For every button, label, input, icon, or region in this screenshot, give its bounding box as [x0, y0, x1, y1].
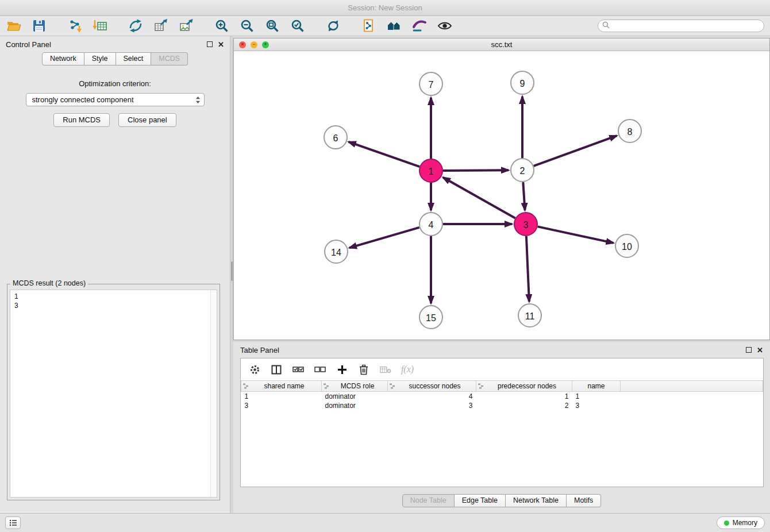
export-network-icon[interactable] [128, 18, 144, 34]
float-panel-icon[interactable] [207, 41, 213, 47]
refresh-layout-icon[interactable] [325, 18, 341, 34]
tab-style[interactable]: Style [84, 52, 116, 65]
tab-network-table[interactable]: Network Table [506, 494, 567, 507]
search-input[interactable] [613, 22, 764, 30]
save-session-icon[interactable] [31, 18, 47, 34]
graph-node-4[interactable]: 4 [419, 213, 442, 236]
network-graph[interactable]: 7968124314101511 [234, 51, 769, 340]
svg-text:1: 1 [429, 167, 434, 176]
window-minimize-icon[interactable]: − [251, 41, 257, 48]
sort-icon [390, 383, 395, 389]
criterion-dropdown[interactable]: strongly connected component [26, 93, 205, 106]
control-panel-tabs: Network Style Select MCDS [0, 52, 230, 65]
import-table-icon[interactable] [92, 18, 108, 34]
search-icon [602, 21, 610, 31]
window-close-icon[interactable]: × [239, 41, 246, 48]
tab-mcds[interactable]: MCDS [151, 52, 188, 65]
global-search[interactable] [598, 20, 764, 32]
result-scrollbar[interactable] [210, 290, 217, 497]
graph-node-6[interactable]: 6 [324, 126, 347, 149]
graph-edge-3-10[interactable] [538, 226, 614, 243]
network-document-icon[interactable] [361, 18, 377, 34]
graph-edge-1-2[interactable] [443, 170, 509, 171]
svg-text:11: 11 [525, 311, 535, 321]
optimization-criterion-label: Optimization criterion: [0, 79, 230, 88]
control-panel-title: Control Panel [6, 40, 51, 49]
svg-text:15: 15 [426, 313, 436, 323]
main-toolbar [0, 16, 770, 36]
open-session-icon[interactable] [6, 18, 22, 34]
first-neighbors-icon[interactable] [386, 18, 402, 34]
graph-node-2[interactable]: 2 [511, 159, 534, 182]
graph-node-11[interactable]: 11 [518, 304, 541, 327]
select-all-icon[interactable] [292, 364, 304, 375]
graph-node-15[interactable]: 15 [419, 306, 442, 329]
delete-table-icon[interactable] [380, 364, 391, 375]
graph-edge-1-6[interactable] [349, 142, 420, 167]
sort-icon [243, 383, 249, 389]
close-panel-button[interactable]: Close panel [118, 113, 176, 127]
svg-text:3: 3 [523, 220, 529, 230]
table-row[interactable]: 1 dominator 4 1 1 [241, 392, 763, 401]
zoom-selected-icon[interactable] [290, 18, 306, 34]
graph-node-14[interactable]: 14 [325, 240, 348, 263]
tab-edge-table[interactable]: Edge Table [455, 494, 506, 507]
column-header-shared-name[interactable]: shared name [241, 381, 322, 392]
divider-scroll-thumb[interactable] [231, 261, 233, 281]
task-history-button[interactable] [5, 516, 21, 529]
show-hide-eye-icon[interactable] [437, 18, 453, 34]
table-settings-gear-icon[interactable] [249, 364, 260, 375]
graph-node-1[interactable]: 1 [419, 159, 442, 182]
graph-node-9[interactable]: 9 [511, 71, 534, 94]
tab-network[interactable]: Network [42, 52, 84, 65]
export-table-icon[interactable] [153, 18, 169, 34]
tab-node-table[interactable]: Node Table [402, 494, 455, 507]
delete-column-trash-icon[interactable] [358, 364, 369, 375]
graph-edge-2-8[interactable] [534, 136, 617, 166]
mcds-result-item[interactable]: 3 [14, 301, 217, 310]
network-window-titlebar[interactable]: × − + scc.txt [234, 38, 769, 51]
graph-node-3[interactable]: 3 [514, 213, 537, 236]
toolbar-separator [351, 26, 361, 26]
export-image-icon[interactable] [178, 18, 194, 34]
graph-node-7[interactable]: 7 [419, 72, 442, 95]
mcds-result-list[interactable]: 1 3 [10, 290, 217, 498]
graph-edge-3-1[interactable] [443, 178, 515, 218]
function-builder-icon[interactable]: f(x) [402, 364, 413, 375]
add-column-icon[interactable] [336, 364, 348, 375]
graph-edge-2-3[interactable] [523, 182, 525, 210]
import-network-icon[interactable] [67, 18, 83, 34]
column-header-successor-nodes[interactable]: successor nodes [388, 381, 476, 392]
deselect-all-icon[interactable] [314, 364, 326, 375]
tab-select[interactable]: Select [116, 52, 152, 65]
mcds-result-item[interactable]: 1 [14, 292, 217, 301]
toolbar-separator [56, 26, 67, 26]
graph-node-10[interactable]: 10 [615, 234, 638, 257]
column-header-predecessor-nodes[interactable]: predecessor nodes [476, 381, 572, 392]
table-panel-tabs: Node Table Edge Table Network Table Moti… [233, 494, 770, 507]
column-header-mcds-role[interactable]: MCDS role [322, 381, 388, 392]
mcds-result-group: MCDS result (2 nodes) 1 3 [7, 284, 220, 500]
column-header-filler [621, 381, 763, 392]
close-panel-icon[interactable]: ✕ [218, 41, 224, 48]
column-header-name[interactable]: name [572, 381, 621, 392]
toolbar-separator [315, 26, 325, 26]
network-canvas[interactable]: 7968124314101511 [234, 51, 769, 340]
tab-motifs[interactable]: Motifs [567, 494, 601, 507]
graph-edge-4-14[interactable] [349, 228, 419, 248]
run-mcds-button[interactable]: Run MCDS [53, 113, 110, 127]
graph-edge-3-11[interactable] [526, 236, 529, 302]
style-brush-icon[interactable] [411, 18, 428, 34]
show-columns-icon[interactable] [271, 364, 282, 375]
sort-icon [324, 383, 329, 389]
zoom-out-icon[interactable] [239, 18, 255, 34]
window-maximize-icon[interactable]: + [262, 41, 269, 48]
zoom-in-icon[interactable] [214, 18, 230, 34]
close-table-panel-icon[interactable]: ✕ [757, 346, 763, 354]
memory-button[interactable]: Memory [717, 516, 765, 529]
zoom-fit-icon[interactable] [264, 18, 280, 34]
graph-node-8[interactable]: 8 [618, 119, 641, 142]
svg-text:10: 10 [622, 242, 632, 252]
float-table-panel-icon[interactable] [746, 347, 752, 353]
table-row[interactable]: 3 dominator 3 2 3 [241, 401, 763, 410]
